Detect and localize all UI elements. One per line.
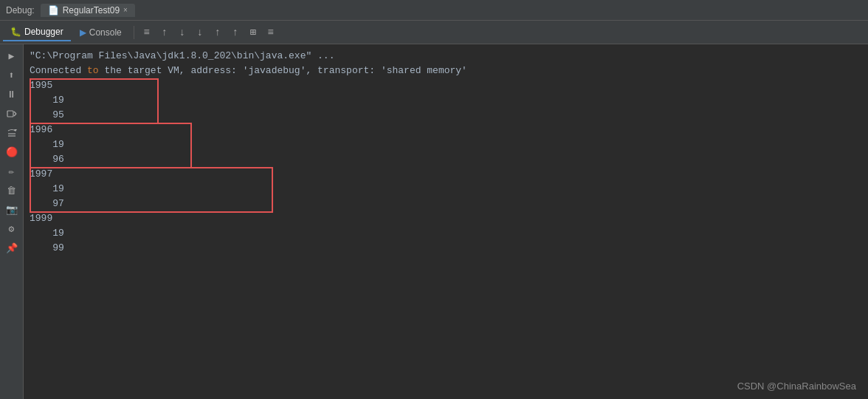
svg-rect-0 bbox=[7, 111, 13, 117]
title-bar: Debug: 📄 RegularTest09 × bbox=[0, 0, 868, 21]
bug-icon: 🐛 bbox=[10, 27, 21, 37]
console-line-1995: 1995 bbox=[30, 78, 862, 93]
sidebar-pause-icon[interactable]: ⏸ bbox=[3, 86, 21, 103]
file-tab-label: RegularTest09 bbox=[63, 5, 120, 16]
sidebar-edit-icon[interactable]: ✏ bbox=[3, 163, 21, 180]
console-line-19c: 19 bbox=[30, 182, 862, 197]
console-line-19a: 19 bbox=[30, 93, 862, 108]
console-line-1996: 1996 bbox=[30, 123, 862, 137]
sidebar-breakpoints-icon[interactable]: 🔴 bbox=[3, 143, 21, 161]
toolbar: 🐛 Debugger ▶ Console ≡ ↑ ↓ ↓ ↑ ↑ ⊞ ≡ bbox=[0, 21, 868, 44]
toolbar-btn-menu[interactable]: ≡ bbox=[139, 24, 155, 41]
toolbar-btn-step-out[interactable]: ↑ bbox=[210, 24, 226, 41]
sidebar-up-icon[interactable]: ⬆ bbox=[3, 66, 21, 84]
debug-label: Debug: bbox=[6, 5, 35, 16]
sidebar-resume-icon[interactable]: ▶ bbox=[3, 47, 21, 65]
toolbar-btn-up[interactable]: ↑ bbox=[156, 24, 173, 41]
sidebar-pin-icon[interactable]: 📌 bbox=[3, 239, 21, 257]
console-line-97: 97 bbox=[30, 197, 862, 211]
console-area[interactable]: "C:\Program Files\Java\jdk1.8.0_202\bin\… bbox=[24, 44, 868, 399]
console-line-19d: 19 bbox=[30, 226, 862, 241]
tab-debugger[interactable]: 🐛 Debugger bbox=[3, 24, 71, 41]
watermark: CSDN @ChinaRainbowSea bbox=[737, 381, 856, 392]
output-container: "C:\Program Files\Java\jdk1.8.0_202\bin\… bbox=[30, 49, 862, 256]
sidebar-settings-icon[interactable]: ⚙ bbox=[3, 220, 21, 238]
sidebar-mute-icon[interactable] bbox=[3, 105, 21, 123]
file-tab[interactable]: 📄 RegularTest09 × bbox=[41, 4, 135, 17]
sidebar-camera-icon[interactable]: 📷 bbox=[3, 201, 21, 219]
sidebar: ▶ ⬆ ⏸ 🔴 ✏ 🗑 📷 ⚙ 📌 bbox=[0, 44, 24, 399]
console-line-1997: 1997 bbox=[30, 167, 862, 182]
console-icon: ▶ bbox=[80, 27, 86, 38]
toolbar-btn-step-into[interactable]: ↓ bbox=[192, 24, 208, 41]
console-line-1999: 1999 bbox=[30, 211, 862, 226]
toolbar-btn-step-over[interactable]: ↓ bbox=[174, 24, 190, 41]
console-line-19b: 19 bbox=[30, 137, 862, 152]
main-area: ▶ ⬆ ⏸ 🔴 ✏ 🗑 📷 ⚙ 📌 "C:\Pr bbox=[0, 44, 868, 399]
file-icon: 📄 bbox=[48, 5, 59, 16]
close-icon[interactable]: × bbox=[123, 6, 128, 14]
sidebar-step-over-icon[interactable] bbox=[3, 124, 21, 142]
toolbar-btn-frames[interactable]: ⊞ bbox=[245, 24, 261, 41]
toolbar-btn-run-cursor[interactable]: ↑ bbox=[227, 24, 244, 41]
console-line-96: 96 bbox=[30, 152, 862, 167]
console-line-2: Connected to the target VM, address: 'ja… bbox=[30, 64, 862, 78]
toolbar-btn-threads[interactable]: ≡ bbox=[263, 24, 279, 41]
console-line-95: 95 bbox=[30, 108, 862, 123]
svg-line-1 bbox=[14, 112, 16, 114]
sidebar-delete-icon[interactable]: 🗑 bbox=[3, 182, 21, 200]
toolbar-separator bbox=[134, 26, 134, 39]
console-line-1: "C:\Program Files\Java\jdk1.8.0_202\bin\… bbox=[30, 49, 862, 64]
console-line-99: 99 bbox=[30, 241, 862, 256]
tab-console[interactable]: ▶ Console bbox=[72, 24, 129, 41]
svg-line-2 bbox=[14, 114, 16, 116]
